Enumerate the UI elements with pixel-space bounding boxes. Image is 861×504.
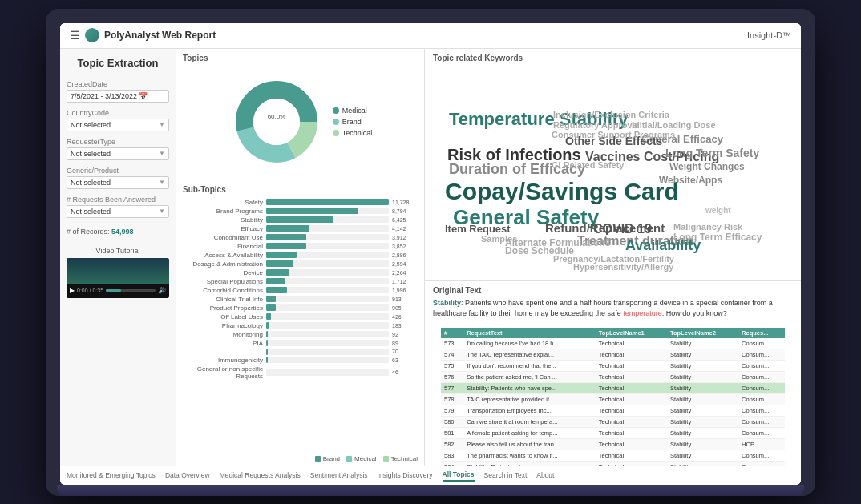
bar-row[interactable]: 70 xyxy=(183,349,418,355)
table-row[interactable]: 583 The pharmacist wants to know if... T… xyxy=(441,450,785,461)
word-cloud-word[interactable]: Long Term Safety xyxy=(665,147,759,159)
country-code-select[interactable]: Not selected ▼ xyxy=(67,119,169,131)
created-date-input[interactable]: 7/5/2021 - 3/13/2022 📅 xyxy=(67,90,169,103)
sidebar-title: Topic Extraction xyxy=(67,57,169,69)
word-cloud-word[interactable]: Consumer Support Programs xyxy=(552,130,675,139)
table-row[interactable]: 579 Transportation Employees Inc... Tech… xyxy=(441,405,785,416)
bottom-tab-all-topics[interactable]: All Topics xyxy=(443,469,475,482)
video-progress-fill xyxy=(106,289,121,292)
bar-row[interactable]: Safety 11,728 xyxy=(183,199,418,206)
table-row[interactable]: 577 Stability: Patients who have spe... … xyxy=(441,382,785,393)
bar-row[interactable]: General or non specific Requests 46 xyxy=(183,365,418,380)
bottom-tab-about[interactable]: About xyxy=(536,470,554,481)
word-cloud-word[interactable]: weight xyxy=(705,206,731,215)
word-cloud-word[interactable]: Regulatory Approval xyxy=(553,120,640,130)
bar-row[interactable]: Comorbid Conditions 1,996 xyxy=(183,287,418,294)
bar-row[interactable]: Device 2,264 xyxy=(183,269,418,276)
word-cloud-word[interactable]: Malignancy Risk xyxy=(673,222,742,232)
table-row[interactable]: 576 So the patient asked me, 'I Can ... … xyxy=(441,371,785,382)
svg-text:60.0%: 60.0% xyxy=(267,113,285,120)
word-cloud-word[interactable]: Inclusion/Exclusion Criteria xyxy=(553,110,669,119)
brand-bar-dot xyxy=(315,456,321,462)
col-toplevel1: TopLevelName1 xyxy=(596,328,667,338)
word-cloud-word[interactable]: Copay/Savings Card xyxy=(445,178,679,204)
word-cloud-word[interactable]: Long Term Efficacy xyxy=(673,232,762,243)
medical-bar-dot xyxy=(346,456,352,462)
bar-row[interactable]: Brand Programs 8,794 xyxy=(183,208,418,215)
bar-label: Special Populations xyxy=(183,278,263,285)
subtopics-bar-chart[interactable]: Safety 11,728 Brand Programs 8,794 Stabi… xyxy=(176,196,424,452)
table-row[interactable]: 574 The TAIC representative explai... Te… xyxy=(441,349,785,360)
word-cloud-word[interactable]: Weight Changes xyxy=(669,162,745,172)
bar-label: Dosage & Administration xyxy=(183,260,263,268)
bar-value: 11,728 xyxy=(392,200,418,205)
bar-value: 6,425 xyxy=(392,217,418,223)
table-row[interactable]: 573 I'm calling because I've had 18 h...… xyxy=(441,338,785,349)
table-row[interactable]: 575 If you don't recommend that the... T… xyxy=(441,360,785,371)
bar-label: Access & Availability xyxy=(183,252,263,259)
data-table: # RequestText TopLevelName1 TopLevelName… xyxy=(441,328,785,466)
hamburger-icon[interactable]: ☰ xyxy=(70,29,80,42)
bar-row[interactable]: Off Label Uses 426 xyxy=(183,313,418,321)
bar-label: Comorbid Conditions xyxy=(183,287,263,294)
legend-medical: Medical xyxy=(333,107,373,115)
bar-container xyxy=(266,313,389,320)
col-request-text: RequestText xyxy=(463,328,596,338)
table-row[interactable]: 582 Please also tell us about the tran..… xyxy=(441,438,785,450)
bar-row[interactable]: Pharmacology 183 xyxy=(183,322,418,329)
bar-fill xyxy=(266,234,306,240)
screen: ☰ PolyAnalyst Web Report Insight-D™ Topi… xyxy=(60,23,801,485)
col-reques: Reques... xyxy=(738,328,785,338)
bar-label: Efficacy xyxy=(183,225,263,232)
video-thumbnail[interactable]: ▶ 0:00 / 0:35 🔊 xyxy=(67,258,169,298)
bar-row[interactable]: Monitoring 92 xyxy=(183,331,418,338)
table-row[interactable]: 584 Stability: Patients who have spe... … xyxy=(441,461,785,466)
bottom-tab-data-overview[interactable]: Data Overview xyxy=(165,470,210,481)
bar-container xyxy=(266,278,389,284)
bar-fill xyxy=(266,357,268,363)
bar-value: 3,912 xyxy=(392,235,418,240)
chevron-down-icon: ▼ xyxy=(159,208,165,215)
bar-row[interactable]: Clinical Trial Info 913 xyxy=(183,296,418,303)
bottom-tab-medical-requests-analysis[interactable]: Medical Requests Analysis xyxy=(220,470,301,481)
requests-answered-select[interactable]: Not selected ▼ xyxy=(67,205,169,218)
bottom-tab-sentiment-analysis[interactable]: Sentiment Analysis xyxy=(310,470,368,481)
table-row[interactable]: 578 TAIC representative provided it... T… xyxy=(441,393,785,405)
bar-row[interactable]: Dosage & Administration 2,594 xyxy=(183,260,418,268)
bar-label: PIA xyxy=(183,340,263,347)
requester-type-select[interactable]: Not selected ▼ xyxy=(67,147,169,160)
volume-icon[interactable]: 🔊 xyxy=(158,287,166,294)
bottom-tab-search-in-text[interactable]: Search in Text xyxy=(484,470,528,481)
bar-row[interactable]: Concomitant Use 3,912 xyxy=(183,234,418,241)
play-button[interactable]: ▶ xyxy=(70,287,75,294)
word-cloud-word[interactable]: Website/Apps xyxy=(659,175,722,186)
word-cloud-word[interactable]: GI Related Safety xyxy=(552,160,624,170)
word-cloud-word[interactable]: Initial/Loading Dose xyxy=(632,120,716,130)
calendar-icon[interactable]: 📅 xyxy=(139,92,148,100)
word-cloud-section: Topic related Keywords Temperature Stabi… xyxy=(425,49,801,281)
laptop-frame: ☰ PolyAnalyst Web Report Insight-D™ Topi… xyxy=(46,9,815,496)
bar-container xyxy=(266,322,389,329)
bar-row[interactable]: Special Populations 1,712 xyxy=(183,278,418,285)
bar-container xyxy=(266,369,389,376)
bar-row[interactable]: Access & Availability 2,886 xyxy=(183,252,418,259)
bottom-tab-insights-discovery[interactable]: Insights Discovery xyxy=(378,470,433,481)
word-cloud-word[interactable]: Refund/Replacement xyxy=(545,222,665,236)
topics-label: Topics xyxy=(176,49,424,64)
bar-container xyxy=(266,357,389,363)
svg-point-3 xyxy=(253,99,300,145)
main-layout: Topic Extraction CreatedDate 7/5/2021 - … xyxy=(60,49,801,466)
video-progress-bar[interactable] xyxy=(106,289,156,292)
generic-product-select[interactable]: Not selected ▼ xyxy=(67,176,169,189)
table-row[interactable]: 581 A female patient asking for temp... … xyxy=(441,427,785,438)
table-row[interactable]: 580 Can we store it at room tempera... T… xyxy=(441,416,785,427)
bar-row[interactable]: Immunogenicity 63 xyxy=(183,357,418,364)
word-cloud-word[interactable]: Hypersensitivity/Allergy xyxy=(573,262,673,272)
bar-row[interactable]: Product Properties 905 xyxy=(183,304,418,312)
bottom-tab-monitored-&-emerging-topics[interactable]: Monitored & Emerging Topics xyxy=(67,470,156,481)
bar-row[interactable]: PIA 89 xyxy=(183,340,418,347)
bar-row[interactable]: Financial 3,852 xyxy=(183,243,418,250)
bar-row[interactable]: Efficacy 4,142 xyxy=(183,225,418,232)
laptop-base xyxy=(57,485,804,496)
bar-row[interactable]: Stability 6,425 xyxy=(183,216,418,224)
